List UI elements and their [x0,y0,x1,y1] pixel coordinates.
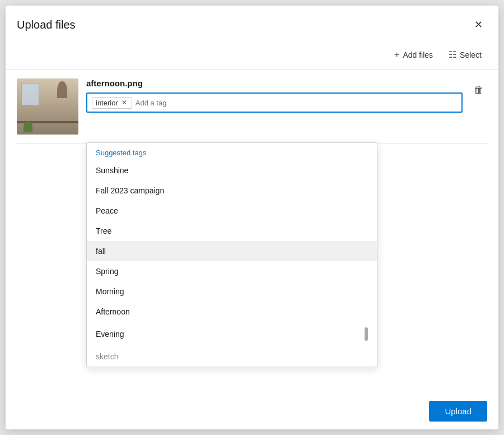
dropdown-item-peace[interactable]: Peace [87,201,377,221]
file-details: afternoon.png interior ✕ [86,78,463,113]
dropdown-item-sunshine[interactable]: Sunshine [87,160,377,181]
trash-icon: 🗑 [474,84,484,95]
file-thumbnail [17,78,78,135]
content-area: afternoon.png interior ✕ 🗑 Suggested tag… [6,70,498,393]
dropdown-header: Suggested tags [87,143,377,160]
toolbar: + Add files ☷ Select [6,41,498,70]
dropdown-item-label: Spring [96,267,118,276]
dropdown-item-afternoon[interactable]: Afternoon [87,302,377,322]
room-background [17,78,78,135]
scrollbar-thumb [365,327,368,341]
close-button[interactable]: ✕ [469,16,487,34]
window-shape [21,83,39,105]
add-files-label: Add files [403,50,433,59]
dropdown-item-label: Afternoon [96,307,130,316]
tag-text-input[interactable] [136,99,457,107]
dropdown-item-label: sketch [96,352,118,361]
list-icon: ☷ [449,49,456,60]
dropdown-item-label: Peace [96,206,118,215]
plus-icon: + [394,50,399,60]
tag-input-container[interactable]: interior ✕ [86,92,463,113]
dropdown-item-label: fall [96,247,106,256]
lamp-shape [57,81,67,98]
tag-dropdown: Suggested tags Sunshine Fall 2023 campai… [86,142,377,367]
dropdown-item-label: Fall 2023 campaign [96,186,164,195]
dropdown-item-sketch[interactable]: sketch [87,346,377,367]
add-files-button[interactable]: + Add files [389,47,438,63]
dropdown-item-morning[interactable]: Morning [87,281,377,302]
dropdown-item-fall2023[interactable]: Fall 2023 campaign [87,181,377,201]
dropdown-item-label: Tree [96,226,111,235]
select-button[interactable]: ☷ Select [443,46,487,63]
upload-button[interactable]: Upload [429,401,487,422]
dialog-header: Upload files ✕ [6,6,498,41]
dropdown-item-label: Sunshine [96,166,128,175]
plant-shape [24,121,32,132]
tag-remove-button[interactable]: ✕ [120,99,128,106]
dropdown-item-evening[interactable]: Evening [87,322,377,346]
upload-files-dialog: Upload files ✕ + Add files ☷ Select [6,6,498,429]
dropdown-item-fall[interactable]: fall [87,241,377,261]
delete-file-button[interactable]: 🗑 [470,81,487,99]
file-name: afternoon.png [86,78,463,88]
file-item: afternoon.png interior ✕ 🗑 [17,78,487,144]
dialog-footer: Upload [6,393,498,429]
dropdown-item-tree[interactable]: Tree [87,221,377,241]
dropdown-item-spring[interactable]: Spring [87,261,377,281]
dropdown-item-label: Evening [96,330,124,339]
dropdown-item-label: Morning [96,287,124,296]
tag-label: interior [96,99,118,107]
dialog-title: Upload files [17,18,76,31]
select-label: Select [460,50,482,59]
close-icon: ✕ [474,18,483,31]
tag-chip: interior ✕ [92,97,132,109]
